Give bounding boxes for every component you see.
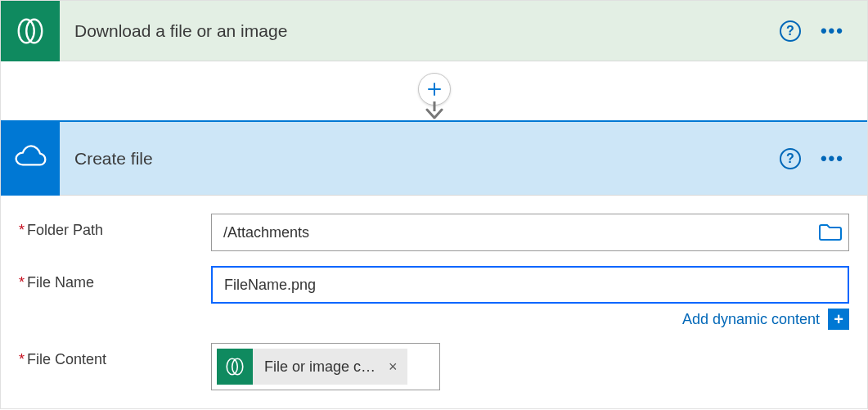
- onedrive-icon: [1, 122, 60, 196]
- folder-path-label: *Folder Path: [19, 214, 211, 239]
- folder-path-input[interactable]: [211, 214, 849, 251]
- file-content-token[interactable]: File or image c… ×: [217, 349, 407, 385]
- add-dynamic-content-button[interactable]: +: [828, 309, 849, 330]
- more-icon[interactable]: •••: [821, 148, 844, 169]
- file-content-input[interactable]: File or image c… ×: [211, 343, 440, 390]
- download-step-header[interactable]: Download a file or an image ? •••: [1, 1, 867, 61]
- file-name-input[interactable]: [211, 266, 849, 304]
- create-file-body: *Folder Path *File Name: [1, 196, 867, 408]
- create-file-header[interactable]: Create file ? •••: [1, 122, 867, 196]
- more-icon[interactable]: •••: [821, 20, 844, 42]
- token-label: File or image c…: [253, 358, 384, 376]
- file-content-label: *File Content: [19, 343, 211, 368]
- create-file-title: Create file: [60, 149, 780, 169]
- add-dynamic-content-link[interactable]: Add dynamic content: [682, 311, 820, 328]
- dataverse-icon: [217, 349, 253, 385]
- download-step-title: Download a file or an image: [60, 21, 780, 41]
- dataverse-icon: [1, 1, 60, 61]
- folder-picker-icon[interactable]: [818, 223, 843, 242]
- file-name-label: *File Name: [19, 266, 211, 291]
- token-remove-icon[interactable]: ×: [384, 358, 407, 376]
- help-icon[interactable]: ?: [780, 20, 801, 42]
- add-step-button[interactable]: [418, 73, 451, 106]
- help-icon[interactable]: ?: [780, 148, 801, 169]
- arrow-down-icon: [423, 101, 446, 122]
- connector-band: [1, 61, 867, 122]
